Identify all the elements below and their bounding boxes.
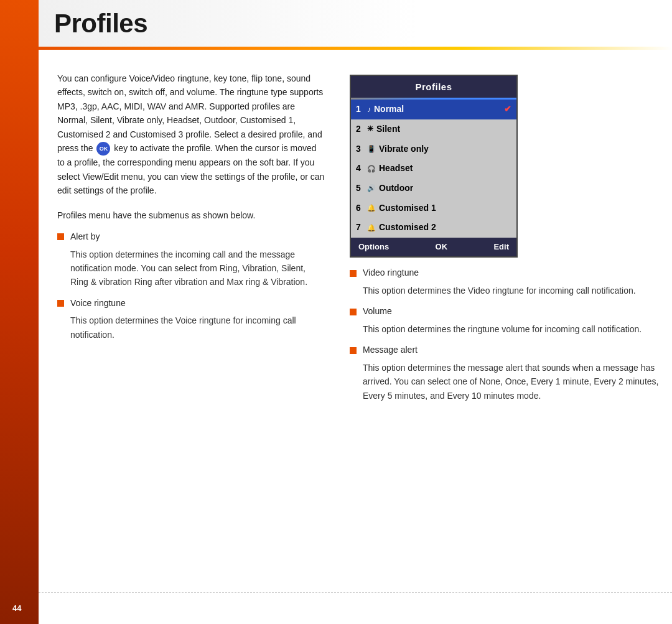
bullet-alert-by: Alert by This option determines the inco… (57, 230, 325, 289)
phone-ok-label[interactable]: OK (436, 241, 448, 253)
row-icon-7: 🔔 (367, 223, 376, 233)
bullet-video-ringtune: Video ringtune This option determines th… (350, 266, 660, 297)
bullet-icon-video (350, 270, 357, 277)
row-label-6: Customised 1 (379, 202, 436, 215)
row-number-4: 4 (356, 162, 365, 175)
row-number-5: 5 (356, 182, 365, 195)
phone-edit-label[interactable]: Edit (493, 241, 509, 253)
row-label-2: Silent (376, 123, 400, 136)
page-number: 44 (12, 603, 21, 613)
bullet-message-alert: Message alert This option determines the… (350, 343, 660, 403)
right-column: Profiles 1 ♪ Normal ✔ 2 ✳ Silent (343, 65, 672, 580)
phone-bottom-bar: Options OK Edit (351, 238, 516, 256)
phone-screenshot: Profiles 1 ♪ Normal ✔ 2 ✳ Silent (350, 75, 518, 258)
row-label-1: Normal (374, 103, 404, 116)
bullet-icon-volume (350, 309, 357, 315)
bullet-icon-message (350, 347, 357, 354)
bullet-label-volume: Volume (363, 305, 392, 319)
bullet-desc-video: This option determines the Video ringtun… (350, 284, 660, 297)
phone-row-normal[interactable]: 1 ♪ Normal ✔ (351, 100, 516, 119)
phone-row-headset[interactable]: 4 🎧 Headset (351, 159, 516, 179)
page-header: Profiles (39, 0, 672, 47)
bullet-message-header: Message alert (350, 343, 660, 357)
header-bar (39, 47, 672, 50)
phone-row-custom1[interactable]: 6 🔔 Customised 1 (351, 198, 516, 218)
sidebar-accent: 44 (0, 0, 39, 624)
row-icon-3: 📳 (367, 144, 376, 154)
left-column: You can configure Voice/Video ringtune, … (39, 65, 343, 580)
phone-options-label[interactable]: Options (358, 241, 389, 253)
bullet-desc-message: This option determines the message alert… (350, 361, 660, 403)
page-title: Profiles (54, 9, 147, 39)
bullet-icon-alert (57, 233, 64, 240)
row-number-7: 7 (356, 221, 365, 235)
phone-menu: 1 ♪ Normal ✔ 2 ✳ Silent 3 📳 Vibrate only (351, 100, 516, 238)
bullet-voice-ringtune: Voice ringtune This option determines th… (57, 297, 325, 342)
intro-paragraph: You can configure Voice/Video ringtune, … (57, 72, 325, 197)
bullet-label-alert: Alert by (70, 230, 100, 244)
row-icon-5: 🔊 (367, 183, 376, 193)
bullet-label-video: Video ringtune (363, 266, 419, 280)
row-icon-2: ✳ (367, 123, 373, 135)
ok-key-icon: OK (96, 142, 110, 156)
row-number-3: 3 (356, 142, 365, 156)
bullet-label-voice: Voice ringtune (70, 297, 126, 310)
row-label-5: Outdoor (379, 182, 413, 195)
row-label-3: Vibrate only (379, 142, 429, 156)
bullet-volume-header: Volume (350, 305, 660, 319)
bullet-volume: Volume This option determines the ringtu… (350, 305, 660, 336)
phone-row-custom2[interactable]: 7 🔔 Customised 2 (351, 218, 516, 238)
bullet-desc-voice: This option determines the Voice ringtun… (57, 314, 325, 342)
submenus-text: Profiles menu have the submenus as shown… (57, 208, 325, 222)
row-number-2: 2 (356, 123, 365, 136)
row-icon-1: ♪ (367, 104, 371, 116)
bullet-icon-voice (57, 300, 64, 307)
phone-row-vibrate[interactable]: 3 📳 Vibrate only (351, 139, 516, 159)
bullet-label-message: Message alert (363, 343, 418, 357)
row-icon-4: 🎧 (367, 164, 376, 174)
row-number-1: 1 (356, 103, 365, 116)
row-number-6: 6 (356, 202, 365, 215)
bullet-voice-header: Voice ringtune (57, 297, 325, 310)
row-label-7: Customised 2 (379, 221, 436, 235)
bottom-divider (39, 592, 672, 593)
bullet-desc-volume: This option determines the ringtune volu… (350, 322, 660, 336)
row-check-1: ✔ (504, 103, 511, 116)
bullet-desc-alert: This option determines the incoming call… (57, 248, 325, 289)
row-icon-6: 🔔 (367, 203, 376, 213)
phone-row-silent[interactable]: 2 ✳ Silent (351, 119, 516, 139)
bullet-video-header: Video ringtune (350, 266, 660, 280)
phone-title-bar: Profiles (351, 76, 516, 98)
phone-row-outdoor[interactable]: 5 🔊 Outdoor (351, 179, 516, 198)
bullet-alert-header: Alert by (57, 230, 325, 244)
row-label-4: Headset (379, 162, 413, 175)
main-content: You can configure Voice/Video ringtune, … (39, 59, 672, 587)
